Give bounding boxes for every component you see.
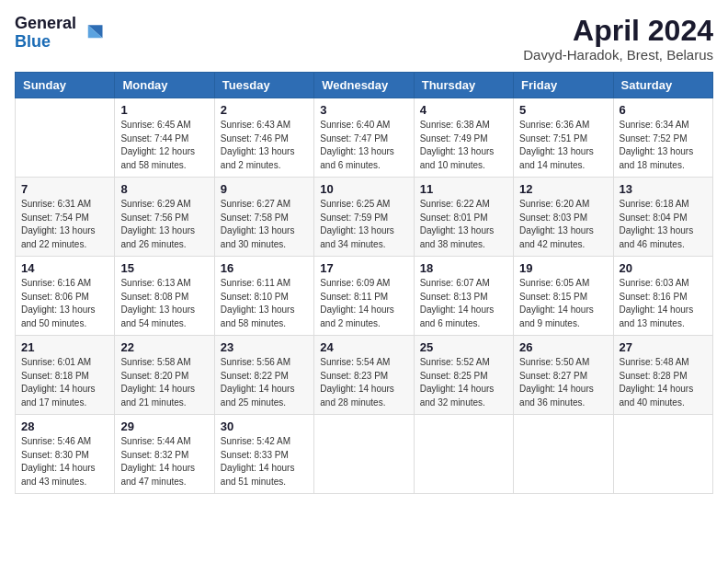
logo-blue: Blue [15, 33, 76, 52]
day-number: 23 [221, 340, 308, 354]
header-wednesday: Wednesday [314, 73, 414, 98]
day-cell: 9Sunrise: 6:27 AMSunset: 7:58 PMDaylight… [214, 178, 313, 257]
title-section: April 2024 Davyd-Haradok, Brest, Belarus [523, 15, 713, 63]
day-cell: 22Sunrise: 5:58 AMSunset: 8:20 PMDayligh… [115, 336, 214, 415]
day-info: Sunrise: 5:58 AMSunset: 8:20 PMDaylight:… [120, 356, 208, 409]
day-cell [414, 415, 513, 494]
logo-general: General [15, 15, 76, 33]
day-number: 28 [21, 419, 108, 433]
day-number: 6 [620, 103, 707, 117]
day-number: 16 [221, 261, 308, 275]
day-info: Sunrise: 5:50 AMSunset: 8:27 PMDaylight:… [519, 356, 607, 409]
day-cell: 5Sunrise: 6:36 AMSunset: 7:51 PMDaylight… [514, 98, 613, 178]
day-cell: 30Sunrise: 5:42 AMSunset: 8:33 PMDayligh… [214, 415, 313, 494]
week-row-1: 1Sunrise: 6:45 AMSunset: 7:44 PMDaylight… [16, 98, 713, 178]
day-info: Sunrise: 5:42 AMSunset: 8:33 PMDaylight:… [221, 435, 308, 488]
week-row-3: 14Sunrise: 6:16 AMSunset: 8:06 PMDayligh… [16, 257, 713, 336]
day-cell: 15Sunrise: 6:13 AMSunset: 8:08 PMDayligh… [115, 257, 214, 336]
day-info: Sunrise: 6:13 AMSunset: 8:08 PMDaylight:… [120, 277, 208, 330]
day-cell [314, 415, 414, 494]
day-cell: 27Sunrise: 5:48 AMSunset: 8:28 PMDayligh… [613, 336, 712, 415]
day-number: 17 [320, 261, 407, 275]
day-number: 22 [120, 340, 208, 354]
day-info: Sunrise: 6:01 AMSunset: 8:18 PMDaylight:… [21, 356, 108, 409]
day-info: Sunrise: 6:29 AMSunset: 7:56 PMDaylight:… [120, 198, 208, 251]
day-info: Sunrise: 6:31 AMSunset: 7:54 PMDaylight:… [21, 198, 108, 251]
day-info: Sunrise: 6:36 AMSunset: 7:51 PMDaylight:… [519, 119, 607, 172]
day-cell: 21Sunrise: 6:01 AMSunset: 8:18 PMDayligh… [16, 336, 115, 415]
day-number: 20 [620, 261, 707, 275]
day-number: 4 [420, 103, 507, 117]
day-cell: 26Sunrise: 5:50 AMSunset: 8:27 PMDayligh… [514, 336, 613, 415]
day-cell: 25Sunrise: 5:52 AMSunset: 8:25 PMDayligh… [414, 336, 513, 415]
day-number: 24 [320, 340, 407, 354]
day-number: 7 [21, 182, 108, 196]
header-saturday: Saturday [613, 73, 712, 98]
day-info: Sunrise: 6:18 AMSunset: 8:04 PMDaylight:… [620, 198, 707, 251]
day-number: 9 [221, 182, 308, 196]
header-tuesday: Tuesday [214, 73, 313, 98]
day-info: Sunrise: 6:27 AMSunset: 7:58 PMDaylight:… [221, 198, 308, 251]
header-monday: Monday [115, 73, 214, 98]
day-info: Sunrise: 5:44 AMSunset: 8:32 PMDaylight:… [120, 435, 208, 488]
day-info: Sunrise: 6:09 AMSunset: 8:11 PMDaylight:… [320, 277, 407, 330]
logo-text: General Blue [15, 15, 76, 52]
day-cell: 10Sunrise: 6:25 AMSunset: 7:59 PMDayligh… [314, 178, 414, 257]
day-cell: 2Sunrise: 6:43 AMSunset: 7:46 PMDaylight… [214, 98, 313, 178]
day-number: 2 [221, 103, 308, 117]
day-cell [16, 98, 115, 178]
day-number: 15 [120, 261, 208, 275]
day-cell: 20Sunrise: 6:03 AMSunset: 8:16 PMDayligh… [613, 257, 712, 336]
day-info: Sunrise: 6:25 AMSunset: 7:59 PMDaylight:… [320, 198, 407, 251]
day-cell: 19Sunrise: 6:05 AMSunset: 8:15 PMDayligh… [514, 257, 613, 336]
day-info: Sunrise: 6:34 AMSunset: 7:52 PMDaylight:… [620, 119, 707, 172]
header-sunday: Sunday [16, 73, 115, 98]
day-info: Sunrise: 6:22 AMSunset: 8:01 PMDaylight:… [420, 198, 507, 251]
day-cell: 16Sunrise: 6:11 AMSunset: 8:10 PMDayligh… [214, 257, 313, 336]
day-cell: 18Sunrise: 6:07 AMSunset: 8:13 PMDayligh… [414, 257, 513, 336]
logo-icon [80, 20, 106, 46]
day-number: 18 [420, 261, 507, 275]
day-number: 21 [21, 340, 108, 354]
day-number: 19 [519, 261, 607, 275]
day-cell: 17Sunrise: 6:09 AMSunset: 8:11 PMDayligh… [314, 257, 414, 336]
day-number: 1 [120, 103, 208, 117]
day-info: Sunrise: 6:05 AMSunset: 8:15 PMDaylight:… [519, 277, 607, 330]
week-row-5: 28Sunrise: 5:46 AMSunset: 8:30 PMDayligh… [16, 415, 713, 494]
day-info: Sunrise: 6:20 AMSunset: 8:03 PMDaylight:… [519, 198, 607, 251]
day-cell: 23Sunrise: 5:56 AMSunset: 8:22 PMDayligh… [214, 336, 313, 415]
day-cell: 8Sunrise: 6:29 AMSunset: 7:56 PMDaylight… [115, 178, 214, 257]
day-number: 14 [21, 261, 108, 275]
day-number: 12 [519, 182, 607, 196]
calendar-header-row: SundayMondayTuesdayWednesdayThursdayFrid… [16, 73, 713, 98]
day-number: 11 [420, 182, 507, 196]
day-number: 3 [320, 103, 407, 117]
day-info: Sunrise: 6:03 AMSunset: 8:16 PMDaylight:… [620, 277, 707, 330]
day-cell: 4Sunrise: 6:38 AMSunset: 7:49 PMDaylight… [414, 98, 513, 178]
day-cell: 28Sunrise: 5:46 AMSunset: 8:30 PMDayligh… [16, 415, 115, 494]
day-info: Sunrise: 6:38 AMSunset: 7:49 PMDaylight:… [420, 119, 507, 172]
day-info: Sunrise: 5:52 AMSunset: 8:25 PMDaylight:… [420, 356, 507, 409]
day-info: Sunrise: 5:56 AMSunset: 8:22 PMDaylight:… [221, 356, 308, 409]
day-cell: 29Sunrise: 5:44 AMSunset: 8:32 PMDayligh… [115, 415, 214, 494]
day-info: Sunrise: 6:40 AMSunset: 7:47 PMDaylight:… [320, 119, 407, 172]
day-number: 27 [620, 340, 707, 354]
logo: General Blue [15, 15, 106, 52]
day-cell [514, 415, 613, 494]
day-info: Sunrise: 5:48 AMSunset: 8:28 PMDaylight:… [620, 356, 707, 409]
header: General Blue April 2024 Davyd-Haradok, B… [15, 15, 713, 63]
week-row-2: 7Sunrise: 6:31 AMSunset: 7:54 PMDaylight… [16, 178, 713, 257]
day-cell: 14Sunrise: 6:16 AMSunset: 8:06 PMDayligh… [16, 257, 115, 336]
main-title: April 2024 [523, 15, 713, 47]
day-info: Sunrise: 6:11 AMSunset: 8:10 PMDaylight:… [221, 277, 308, 330]
day-number: 13 [620, 182, 707, 196]
day-cell: 1Sunrise: 6:45 AMSunset: 7:44 PMDaylight… [115, 98, 214, 178]
day-number: 10 [320, 182, 407, 196]
day-cell: 11Sunrise: 6:22 AMSunset: 8:01 PMDayligh… [414, 178, 513, 257]
day-cell: 7Sunrise: 6:31 AMSunset: 7:54 PMDaylight… [16, 178, 115, 257]
day-number: 8 [120, 182, 208, 196]
calendar-table: SundayMondayTuesdayWednesdayThursdayFrid… [15, 72, 713, 494]
day-cell: 12Sunrise: 6:20 AMSunset: 8:03 PMDayligh… [514, 178, 613, 257]
week-row-4: 21Sunrise: 6:01 AMSunset: 8:18 PMDayligh… [16, 336, 713, 415]
day-cell: 24Sunrise: 5:54 AMSunset: 8:23 PMDayligh… [314, 336, 414, 415]
